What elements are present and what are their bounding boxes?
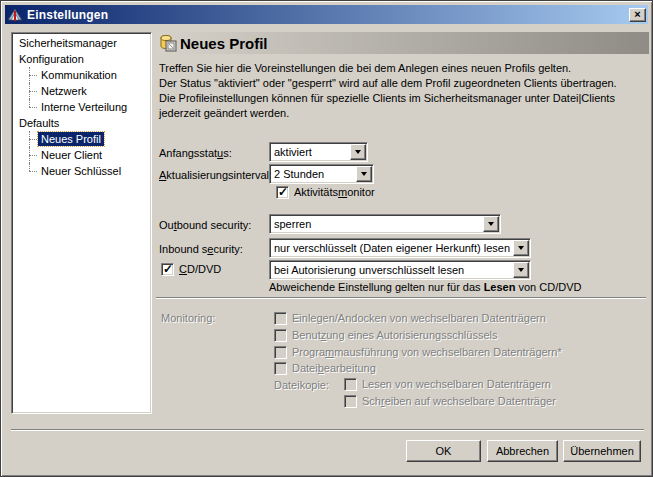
chevron-down-icon [488, 222, 494, 226]
aktivitaetsmonitor-label: Aktivitätsmonitor [294, 186, 375, 199]
monitoring-programmausfuehrung-checkbox [274, 346, 287, 359]
cddvd-note: Abweichende Einstellung gelten nur für d… [269, 281, 581, 293]
titlebar[interactable]: Einstellungen × [5, 5, 648, 24]
tree-item-kommunikation[interactable]: Kommunikation [12, 67, 151, 83]
tree-item-neues-profil[interactable]: Neues Profil [12, 131, 151, 147]
description-line: Die Profileinstellungen können für spezi… [159, 91, 649, 106]
inbound-security-value: nur verschlüsselt (Daten eigener Herkunf… [274, 241, 510, 256]
tree-item-netzwerk[interactable]: Netzwerk [12, 83, 151, 99]
anfangsstatus-value: aktiviert [274, 145, 347, 160]
tree-item-sicherheitsmanager[interactable]: Sicherheitsmanager [12, 35, 151, 51]
ok-button[interactable]: OK [406, 440, 481, 462]
nav-tree: Sicherheitsmanager Konfiguration Kommuni… [11, 32, 152, 414]
cddvd-label: CD/DVD [179, 263, 221, 276]
chevron-down-icon [518, 268, 524, 272]
chevron-down-icon [355, 150, 361, 154]
aktualisierungsintervall-label: Aktualisierungsintervall: [159, 169, 275, 181]
tree-branch-icon [26, 163, 38, 179]
monitoring-dateibearbeitung-checkbox [274, 362, 287, 375]
dropdown-arrow-button[interactable] [350, 144, 366, 160]
close-icon: × [634, 8, 640, 20]
dropdown-arrow-button[interactable] [513, 262, 529, 278]
anfangsstatus-label: Anfangsstatus: [159, 147, 232, 159]
inbound-security-select[interactable]: nur verschlüsselt (Daten eigener Herkunf… [269, 238, 531, 258]
monitoring-label: Monitoring: [161, 312, 215, 324]
settings-dialog: Einstellungen × Sicherheitsmanager Konfi… [0, 0, 653, 477]
monitoring-einlegen-label: Einlegen/Andocken von wechselbaren Daten… [292, 312, 546, 325]
tree-branch-icon [26, 67, 38, 83]
description-line: jederzeit geändert werden. [159, 106, 649, 121]
monitoring-einlegen-checkbox [274, 312, 287, 325]
window-title: Einstellungen [27, 8, 108, 22]
profile-safe-icon [158, 33, 178, 53]
dropdown-arrow-button[interactable] [483, 216, 499, 232]
cddvd-checkbox[interactable]: ✓ [161, 263, 174, 276]
dateikopie-lesen-label: Lesen von wechselbaren Datenträgern [362, 378, 551, 391]
page-header: Neues Profil [156, 32, 649, 54]
section-divider [156, 297, 646, 299]
anfangsstatus-select[interactable]: aktiviert [269, 142, 368, 162]
tree-branch-icon [26, 131, 38, 147]
cancel-button[interactable]: Abbrechen [487, 440, 558, 462]
monitoring-programmausfuehrung-label: Programmausführung von wechselbaren Date… [292, 346, 562, 359]
dateikopie-label: Dateikopie: [274, 379, 329, 391]
inbound-security-label: Inbound security: [159, 243, 243, 255]
cddvd-value: bei Autorisierung unverschlüsselt lesen [274, 263, 510, 278]
check-icon: ✓ [163, 262, 173, 276]
close-button[interactable]: × [629, 8, 646, 22]
footer-divider [11, 429, 644, 431]
tree-branch-icon [26, 147, 38, 163]
description-line: Der Status "aktiviert" oder "gesperrt" w… [159, 76, 649, 91]
dateikopie-schreiben-label: Schreiben auf wechselbare Datenträger [362, 395, 556, 408]
check-icon: ✓ [278, 185, 288, 199]
tree-item-interne-verteilung[interactable]: Interne Verteilung [12, 99, 151, 115]
monitoring-dateibearbeitung-label: Dateibearbeitung [292, 362, 376, 375]
page-title: Neues Profil [180, 35, 268, 52]
aktualisierungsintervall-value: 2 Stunden [274, 167, 353, 182]
monitoring-benutzung-label: Benutzung eines Autorisierungsschlüssels [292, 329, 497, 342]
tree-item-neuer-schluessel[interactable]: Neuer Schlüssel [12, 163, 151, 179]
tree-item-neuer-client[interactable]: Neuer Client [12, 147, 151, 163]
app-logo-icon [7, 7, 23, 23]
dropdown-arrow-button[interactable] [513, 240, 529, 256]
apply-button[interactable]: Übernehmen [563, 440, 641, 462]
dateikopie-lesen-checkbox [344, 378, 357, 391]
cddvd-select[interactable]: bei Autorisierung unverschlüsselt lesen [269, 260, 531, 280]
chevron-down-icon [518, 246, 524, 250]
description-line: Treffen Sie hier die Voreinstellungen di… [159, 61, 649, 76]
tree-item-konfiguration[interactable]: Konfiguration [12, 51, 151, 67]
outbound-security-select[interactable]: sperren [269, 214, 501, 234]
monitoring-benutzung-checkbox [274, 329, 287, 342]
dropdown-arrow-button[interactable] [356, 166, 372, 182]
outbound-security-label: Outbound security: [159, 219, 251, 231]
aktivitaetsmonitor-checkbox[interactable]: ✓ [276, 186, 289, 199]
tree-branch-icon [26, 83, 38, 99]
aktualisierungsintervall-select[interactable]: 2 Stunden [269, 164, 374, 184]
outbound-security-value: sperren [274, 217, 480, 232]
tree-branch-icon [26, 99, 38, 115]
chevron-down-icon [361, 172, 367, 176]
dateikopie-schreiben-checkbox [344, 395, 357, 408]
description-text: Treffen Sie hier die Voreinstellungen di… [159, 61, 649, 121]
tree-item-defaults[interactable]: Defaults [12, 115, 151, 131]
